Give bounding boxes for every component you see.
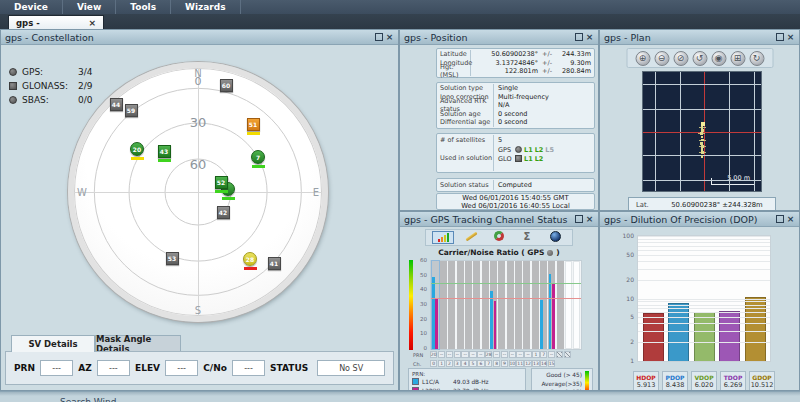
prn-cell-9[interactable]: -- [501, 351, 508, 358]
close-icon[interactable] [786, 215, 795, 224]
menu-device[interactable]: Device [0, 0, 63, 14]
menu-wizards[interactable]: Wizards [171, 0, 241, 14]
status-field[interactable]: No SV [317, 360, 385, 376]
prn-cell-2[interactable]: -- [446, 351, 453, 358]
cn0-channel-column-6[interactable] [482, 261, 489, 349]
maximize-icon[interactable] [574, 33, 583, 42]
ch-cell-15[interactable]: 15 [548, 360, 555, 367]
menu-tools[interactable]: Tools [116, 0, 171, 14]
ch-cell-5[interactable]: 5 [469, 360, 476, 367]
refresh-icon[interactable]: ↻ [749, 51, 764, 66]
ch-cell-13[interactable]: 13 [532, 360, 539, 367]
az-field[interactable]: --- [97, 360, 130, 376]
close-icon[interactable] [385, 33, 394, 42]
ch-cell-12[interactable]: 12 [524, 360, 531, 367]
ch-cell-6[interactable]: 6 [477, 360, 484, 367]
menu-view[interactable]: View [63, 0, 116, 14]
quality-gradient-bar [585, 371, 589, 390]
cn0-channel-column-1[interactable] [440, 261, 447, 349]
gauge-view-button[interactable] [488, 231, 510, 244]
prn-cell-13[interactable]: 1 [532, 351, 539, 358]
plan-plot[interactable]: 5.00 m [642, 71, 762, 192]
tab-close-icon[interactable]: × [88, 18, 96, 28]
satellite-51[interactable]: 51 [247, 118, 260, 131]
plan-gridline-h [643, 109, 761, 110]
ch-cell-2[interactable]: 2 [446, 360, 453, 367]
cn0-channel-column-3[interactable] [457, 261, 464, 349]
ch-cell-11[interactable]: 11 [516, 360, 523, 367]
center-icon[interactable]: ◉ [711, 51, 726, 66]
ch-cell-1[interactable]: 1 [438, 360, 445, 367]
satellite-20[interactable]: 20 [130, 142, 144, 156]
close-icon[interactable] [585, 33, 594, 42]
bar-chart-view-button[interactable] [432, 231, 454, 244]
cn0-channel-column-7[interactable] [490, 261, 497, 349]
prn-cell-14[interactable]: 7 [540, 351, 547, 358]
ch-cell-3[interactable]: 3 [454, 360, 461, 367]
prn-cell-15[interactable]: -- [548, 351, 555, 358]
grid-icon[interactable]: ⊞ [730, 51, 745, 66]
pan-icon[interactable]: ↺ [692, 51, 707, 66]
ch-cell-8[interactable]: 8 [493, 360, 500, 367]
prn-cell-11[interactable]: -- [516, 351, 523, 358]
ch-cell-9[interactable]: 9 [501, 360, 508, 367]
satellite-41[interactable]: 41 [268, 257, 281, 270]
maximize-icon[interactable] [374, 33, 383, 42]
prn-cell-12[interactable]: -- [524, 351, 531, 358]
satellite-28[interactable]: 28 [243, 252, 257, 266]
prn-cell-5[interactable]: -- [469, 351, 476, 358]
tab-sv-details[interactable]: SV Details [11, 335, 95, 352]
zoom-out-icon[interactable]: ⊖ [654, 51, 669, 66]
tab-mask-angle[interactable]: Mask Angle Details [95, 335, 181, 352]
cn0-channel-column-14[interactable] [548, 261, 555, 349]
maximize-icon[interactable] [775, 33, 784, 42]
cn0-channel-column-13[interactable] [540, 261, 547, 349]
prn-cell-8[interactable]: -- [493, 351, 500, 358]
ch-cell-4[interactable]: 4 [461, 360, 468, 367]
panel-dop: gps - Dilution Of Precision (DOP) HDOP5.… [599, 211, 800, 391]
cn0-channel-column-4[interactable] [465, 261, 472, 349]
zoom-in-icon[interactable]: ⊕ [635, 51, 650, 66]
ch-cell-0[interactable]: 0 [430, 360, 437, 367]
satellite-43[interactable]: 43 [158, 145, 171, 158]
prn-cell-1[interactable]: -- [438, 351, 445, 358]
ch-cell-14[interactable]: 14 [540, 360, 547, 367]
prn-field[interactable]: --- [40, 360, 73, 376]
prn-cell-7[interactable]: 28 [485, 351, 492, 358]
close-icon[interactable] [786, 33, 795, 42]
prn-cell-0[interactable]: 20 [430, 351, 437, 358]
sigma-view-button[interactable]: Σ [516, 231, 538, 244]
cn0-channel-column-8[interactable] [498, 261, 505, 349]
close-icon[interactable] [585, 215, 594, 224]
cn0-channel-column-10[interactable] [515, 261, 522, 349]
zoom-window-icon[interactable]: ⊘ [673, 51, 688, 66]
cn0-channel-column-0[interactable] [432, 261, 439, 349]
satellite-59[interactable]: 59 [125, 104, 138, 117]
satellite-icon[interactable] [547, 250, 553, 256]
prn-cell-4[interactable]: -- [461, 351, 468, 358]
cn0-channel-column-5[interactable] [473, 261, 480, 349]
globe-view-button[interactable] [544, 231, 566, 244]
satellite-7[interactable]: 7 [251, 150, 265, 164]
satellite-52[interactable]: 52 [215, 176, 228, 189]
ch-cell-10[interactable]: 10 [509, 360, 516, 367]
cno-field[interactable]: --- [232, 360, 265, 376]
satellite-60[interactable]: 60 [220, 79, 233, 92]
elev-field[interactable]: --- [165, 360, 198, 376]
satellite-44[interactable]: 44 [110, 98, 123, 111]
prn-cell-6[interactable]: -- [477, 351, 484, 358]
prn-cell-10[interactable]: -- [509, 351, 516, 358]
pencil-view-button[interactable] [460, 231, 482, 244]
cn0-channel-column-15[interactable] [557, 261, 564, 349]
tab-gps[interactable]: gps - × [8, 15, 104, 29]
satellite-53[interactable]: 53 [166, 252, 179, 265]
maximize-icon[interactable] [775, 215, 784, 224]
cn0-channel-column-12[interactable] [532, 261, 539, 349]
satellite-42[interactable]: 42 [217, 206, 230, 219]
prn-cell-3[interactable]: -- [454, 351, 461, 358]
ch-cell-7[interactable]: 7 [485, 360, 492, 367]
cn0-channel-column-2[interactable] [448, 261, 455, 349]
cn0-channel-column-9[interactable] [507, 261, 514, 349]
cn0-channel-column-11[interactable] [523, 261, 530, 349]
maximize-icon[interactable] [574, 215, 583, 224]
